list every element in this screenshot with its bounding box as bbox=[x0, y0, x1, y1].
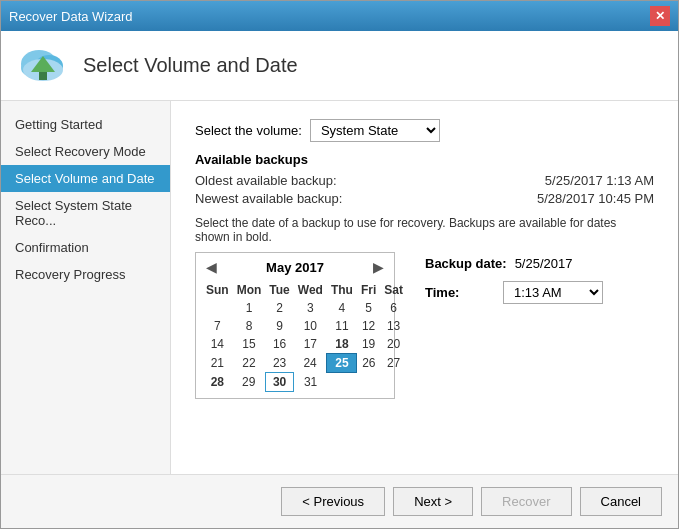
oldest-backup-label: Oldest available backup: bbox=[195, 173, 337, 188]
cal-header-wed: Wed bbox=[294, 281, 327, 299]
close-button[interactable]: ✕ bbox=[650, 6, 670, 26]
calendar-week-2: 14151617181920 bbox=[202, 335, 407, 354]
content-area: Select the volume: System State C:\ D:\ … bbox=[171, 101, 678, 474]
backup-date-value: 5/25/2017 bbox=[515, 256, 573, 271]
calendar-day-12[interactable]: 12 bbox=[357, 317, 380, 335]
sidebar-item-select-volume-and-date[interactable]: Select Volume and Date bbox=[1, 165, 170, 192]
recover-button[interactable]: Recover bbox=[481, 487, 571, 516]
volume-row: Select the volume: System State C:\ D:\ bbox=[195, 119, 654, 142]
cal-header-fri: Fri bbox=[357, 281, 380, 299]
footer: < Previous Next > Recover Cancel bbox=[1, 474, 678, 528]
calendar-week-3: 21222324252627 bbox=[202, 354, 407, 373]
calendar-day-28[interactable]: 28 bbox=[202, 373, 233, 392]
calendar-day-26[interactable]: 26 bbox=[357, 354, 380, 373]
wizard-window: Recover Data Wizard ✕ Select Volume and … bbox=[0, 0, 679, 529]
calendar-day-20[interactable]: 20 bbox=[380, 335, 407, 354]
calendar-day-30[interactable]: 30 bbox=[265, 373, 293, 392]
calendar-day-17[interactable]: 17 bbox=[294, 335, 327, 354]
calendar-day-4[interactable]: 4 bbox=[327, 299, 357, 317]
oldest-backup-value: 5/25/2017 1:13 AM bbox=[545, 173, 654, 188]
newest-backup-row: Newest available backup: 5/28/2017 10:45… bbox=[195, 191, 654, 206]
main-content: Getting StartedSelect Recovery ModeSelec… bbox=[1, 101, 678, 474]
cal-header-sat: Sat bbox=[380, 281, 407, 299]
calendar-day-13[interactable]: 13 bbox=[380, 317, 407, 335]
calendar-day-1[interactable]: 1 bbox=[233, 299, 266, 317]
sidebar-item-recovery-progress[interactable]: Recovery Progress bbox=[1, 261, 170, 288]
backup-date-label: Backup date: bbox=[425, 256, 507, 271]
wizard-icon bbox=[17, 42, 69, 90]
calendar-day-5[interactable]: 5 bbox=[357, 299, 380, 317]
volume-dropdown[interactable]: System State C:\ D:\ bbox=[310, 119, 440, 142]
backup-date-row: Backup date: 5/25/2017 bbox=[425, 256, 603, 271]
cancel-button[interactable]: Cancel bbox=[580, 487, 662, 516]
cal-header-sun: Sun bbox=[202, 281, 233, 299]
calendar-week-0: 123456 bbox=[202, 299, 407, 317]
calendar-day-9[interactable]: 9 bbox=[265, 317, 293, 335]
cal-header-mon: Mon bbox=[233, 281, 266, 299]
sidebar-item-confirmation[interactable]: Confirmation bbox=[1, 234, 170, 261]
calendar-day-24[interactable]: 24 bbox=[294, 354, 327, 373]
calendar-day-11[interactable]: 11 bbox=[327, 317, 357, 335]
newest-backup-label: Newest available backup: bbox=[195, 191, 342, 206]
calendar: ◀ May 2017 ▶ Sun Mon Tue Wed Thu bbox=[195, 252, 395, 399]
page-title: Select Volume and Date bbox=[83, 54, 298, 77]
select-date-instruction: Select the date of a backup to use for r… bbox=[195, 216, 654, 244]
calendar-day-10[interactable]: 10 bbox=[294, 317, 327, 335]
calendar-prev-button[interactable]: ◀ bbox=[202, 259, 221, 275]
calendar-day-6[interactable]: 6 bbox=[380, 299, 407, 317]
header-area: Select Volume and Date bbox=[1, 31, 678, 101]
calendar-day-15[interactable]: 15 bbox=[233, 335, 266, 354]
calendar-header-row: Sun Mon Tue Wed Thu Fri Sat bbox=[202, 281, 407, 299]
time-dropdown[interactable]: 1:13 AM 10:45 PM bbox=[503, 281, 603, 304]
window-title: Recover Data Wizard bbox=[9, 9, 133, 24]
calendar-month-year: May 2017 bbox=[266, 260, 324, 275]
newest-backup-value: 5/28/2017 10:45 PM bbox=[537, 191, 654, 206]
calendar-day-25[interactable]: 25 bbox=[327, 354, 357, 373]
calendar-day-2[interactable]: 2 bbox=[265, 299, 293, 317]
available-backups-heading: Available backups bbox=[195, 152, 654, 167]
calendar-day-16[interactable]: 16 bbox=[265, 335, 293, 354]
calendar-week-4: 28293031 bbox=[202, 373, 407, 392]
sidebar: Getting StartedSelect Recovery ModeSelec… bbox=[1, 101, 171, 474]
calendar-day-3[interactable]: 3 bbox=[294, 299, 327, 317]
previous-button[interactable]: < Previous bbox=[281, 487, 385, 516]
calendar-day-27[interactable]: 27 bbox=[380, 354, 407, 373]
cal-header-tue: Tue bbox=[265, 281, 293, 299]
calendar-day-21[interactable]: 21 bbox=[202, 354, 233, 373]
time-row: Time: 1:13 AM 10:45 PM bbox=[425, 281, 603, 304]
calendar-day-29[interactable]: 29 bbox=[233, 373, 266, 392]
oldest-backup-row: Oldest available backup: 5/25/2017 1:13 … bbox=[195, 173, 654, 188]
calendar-day-19[interactable]: 19 bbox=[357, 335, 380, 354]
title-bar: Recover Data Wizard ✕ bbox=[1, 1, 678, 31]
time-label: Time: bbox=[425, 285, 495, 300]
backup-datetime-panel: Backup date: 5/25/2017 Time: 1:13 AM 10:… bbox=[425, 256, 603, 304]
calendar-day-8[interactable]: 8 bbox=[233, 317, 266, 335]
sidebar-item-select-recovery-mode[interactable]: Select Recovery Mode bbox=[1, 138, 170, 165]
sidebar-item-select-system-state-reco[interactable]: Select System State Reco... bbox=[1, 192, 170, 234]
calendar-day-14[interactable]: 14 bbox=[202, 335, 233, 354]
volume-select-label: Select the volume: bbox=[195, 123, 302, 138]
calendar-day-18[interactable]: 18 bbox=[327, 335, 357, 354]
calendar-day-7[interactable]: 7 bbox=[202, 317, 233, 335]
calendar-day-31[interactable]: 31 bbox=[294, 373, 327, 392]
calendar-next-button[interactable]: ▶ bbox=[369, 259, 388, 275]
calendar-header: ◀ May 2017 ▶ bbox=[202, 259, 388, 275]
date-time-area: ◀ May 2017 ▶ Sun Mon Tue Wed Thu bbox=[195, 252, 654, 399]
calendar-grid: Sun Mon Tue Wed Thu Fri Sat 123456789101… bbox=[202, 281, 407, 392]
sidebar-item-getting-started[interactable]: Getting Started bbox=[1, 111, 170, 138]
next-button[interactable]: Next > bbox=[393, 487, 473, 516]
calendar-week-1: 78910111213 bbox=[202, 317, 407, 335]
calendar-day-22[interactable]: 22 bbox=[233, 354, 266, 373]
calendar-day-23[interactable]: 23 bbox=[265, 354, 293, 373]
cal-header-thu: Thu bbox=[327, 281, 357, 299]
